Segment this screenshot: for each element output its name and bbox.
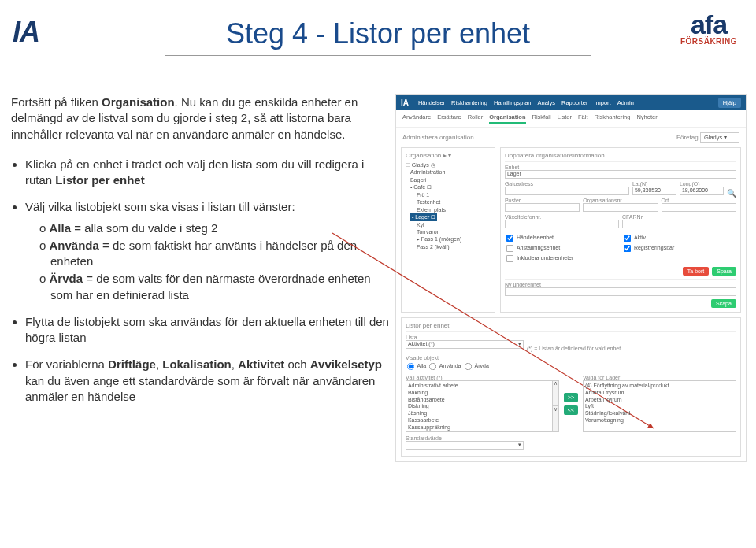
- left-listbox[interactable]: Administrativt arbeteBakningBiståndsarbe…: [406, 380, 559, 432]
- cb-registreringsbar[interactable]: Registreringsbar: [622, 243, 736, 254]
- panel-org-info: Uppdatera organisationsinformation Enhet…: [500, 147, 741, 313]
- cb-anstallning[interactable]: Anställningsenhet: [505, 243, 619, 254]
- app-brand: IA: [401, 98, 412, 107]
- left-scrollbar[interactable]: ∧∨: [552, 380, 559, 432]
- search-icon[interactable]: 🔍: [727, 189, 736, 198]
- b4e: ,: [232, 357, 238, 371]
- b4g: och: [284, 357, 310, 371]
- poster-input[interactable]: [505, 203, 580, 212]
- intro-a: Fortsätt på fliken: [11, 95, 102, 109]
- sub-riskfall[interactable]: Riskfall: [532, 113, 551, 124]
- company-label: Företag: [676, 134, 699, 141]
- lists-panel-title: Listor per enhet: [406, 322, 736, 329]
- menu-analys[interactable]: Analys: [538, 99, 556, 106]
- gatu-label: Gatuadress: [505, 181, 629, 187]
- sub-roller[interactable]: Roller: [468, 113, 484, 124]
- long-input[interactable]: 18,062000: [680, 187, 724, 195]
- cb-aktiv[interactable]: Aktiv: [622, 233, 736, 243]
- title-underline: [165, 55, 591, 56]
- breadcrumb: Administrera organisation: [402, 134, 474, 141]
- cb-inkludera[interactable]: Inkludera underenheter: [505, 254, 619, 264]
- nyund-input[interactable]: [505, 287, 736, 296]
- cfar-input[interactable]: [622, 220, 736, 228]
- nyund-label: Ny underenhet: [505, 282, 736, 287]
- vtel-input[interactable]: -: [505, 220, 619, 228]
- company-picker: Företag Gladys ▾: [676, 132, 739, 143]
- enhet-input[interactable]: Lager: [505, 170, 736, 179]
- std-select[interactable]: ▾: [406, 441, 524, 450]
- sub-ersattare[interactable]: Ersättare: [437, 113, 461, 124]
- bullet-1: Klicka på en enhet i trädet och välj den…: [25, 157, 392, 189]
- sub-2: Använda = de som faktiskt har använts i …: [39, 238, 392, 270]
- logo-afa: afa FÖRSÄKRING: [677, 9, 740, 46]
- std-label: Standardvärde: [406, 435, 524, 441]
- sub-anvandare[interactable]: Användare: [402, 113, 431, 124]
- menu-handlingsplan[interactable]: Handlingsplan: [494, 99, 532, 106]
- delete-button[interactable]: Ta bort: [683, 267, 709, 276]
- menu-admin[interactable]: Admin: [617, 99, 634, 106]
- move-left-button[interactable]: <<: [564, 405, 578, 415]
- scroll-down-icon[interactable]: ∨: [553, 406, 559, 432]
- org-tree[interactable]: ☐ Gladys ◷AdministrationBageri• Café ⊟Fr…: [406, 161, 491, 250]
- sub-nyheter[interactable]: Nyheter: [636, 113, 657, 124]
- intro-paragraph: Fortsätt på fliken Organisation. Nu kan …: [11, 94, 392, 143]
- left-list-title: Välj aktivitet (*): [406, 375, 559, 380]
- bullet-2: Välj vilka listobjekt som ska visas i li…: [25, 199, 392, 303]
- ort-input[interactable]: [662, 203, 736, 212]
- sub-listor[interactable]: Listor: [558, 113, 572, 124]
- create-button[interactable]: Skapa: [711, 299, 736, 308]
- menu-import[interactable]: Import: [594, 99, 610, 106]
- app-subbar: Användare Ersättare Roller Organisation …: [396, 110, 746, 128]
- move-right-button[interactable]: >>: [564, 393, 578, 402]
- radio-anvanda[interactable]: Använda: [428, 363, 461, 368]
- instruction-column: Fortsätt på fliken Organisation. Nu kan …: [8, 94, 392, 462]
- scroll-up-icon[interactable]: ∧: [553, 380, 559, 406]
- menu-riskhantering[interactable]: Riskhantering: [451, 99, 487, 106]
- menu-handelser[interactable]: Händelser: [418, 99, 445, 106]
- cb-handelseenhet[interactable]: Händelseenhet: [505, 233, 619, 243]
- radio-arvda[interactable]: Ärvda: [463, 363, 489, 368]
- panel-lists-per-unit: Listor per enhet ListaAktivitet (*) ▾ (*…: [401, 317, 741, 457]
- bullet-2-text: Välj vilka listobjekt som ska visas i li…: [25, 200, 295, 213]
- b4i: kan du även ange ett standardvärde som ä…: [25, 374, 375, 403]
- panels-bottom: Listor per enhet ListaAktivitet (*) ▾ (*…: [396, 317, 746, 461]
- b4c: ,: [156, 357, 162, 371]
- sub-2a: Använda: [50, 239, 99, 252]
- visade-label: Visade objekt: [406, 355, 439, 361]
- lista-select[interactable]: Aktivitet (*) ▾: [406, 340, 524, 349]
- enhet-label: Enhet: [505, 165, 736, 170]
- b4d: Lokalisation: [162, 357, 232, 371]
- sub-3b: = de som valts för den närmaste överordn…: [50, 272, 371, 301]
- panel-org-tree: Organisation ▸ ▾ ☐ Gladys ◷Administratio…: [401, 147, 495, 313]
- logo-ia: IA: [13, 16, 39, 49]
- right-listbox[interactable]: (4) Förflyttning av material/produktArbe…: [583, 380, 736, 432]
- intro-b: Organisation: [102, 95, 175, 109]
- company-select[interactable]: Gladys ▾: [700, 132, 739, 143]
- b4h: Avvikelsetyp: [310, 357, 382, 371]
- app-topbar: IA Händelser Riskhantering Handlingsplan…: [396, 95, 746, 110]
- sub-bullet-list: Alla = alla som du valde i steg 2 Använd…: [25, 220, 392, 303]
- sub-riskhantering2[interactable]: Riskhantering: [595, 113, 631, 124]
- page-title: Steg 4 - Listor per enhet: [16, 8, 740, 50]
- poster-label: Poster: [505, 198, 580, 203]
- logo-afa-text: afa: [691, 9, 727, 39]
- sub-3a: Ärvda: [50, 272, 83, 285]
- save-button[interactable]: Spara: [712, 267, 736, 276]
- app-window: IA Händelser Riskhantering Handlingsplan…: [395, 94, 747, 462]
- sub-1: Alla = alla som du valde i steg 2: [39, 220, 392, 236]
- org-info-title: Uppdatera organisationsinformation: [505, 152, 736, 159]
- cfar-label: CFARNr: [622, 214, 736, 220]
- help-button[interactable]: Hjälp: [718, 98, 741, 108]
- bullet-1b: Listor per enhet: [55, 173, 144, 187]
- gatu-input[interactable]: [505, 187, 629, 195]
- right-list-title: Valda för Lager: [583, 375, 736, 380]
- panels-top: Organisation ▸ ▾ ☐ Gladys ◷Administratio…: [396, 147, 746, 317]
- sub-falt[interactable]: Fält: [578, 113, 588, 124]
- radio-alla[interactable]: Alla: [406, 363, 426, 368]
- menu-rapporter[interactable]: Rapporter: [561, 99, 587, 106]
- sub-1b: = alla som du valde i steg 2: [71, 221, 217, 235]
- orgnr-input[interactable]: [583, 203, 658, 212]
- b4a: För variablerna: [25, 357, 108, 371]
- sub-organisation[interactable]: Organisation: [489, 113, 525, 124]
- lat-input[interactable]: 59,330530: [632, 187, 676, 195]
